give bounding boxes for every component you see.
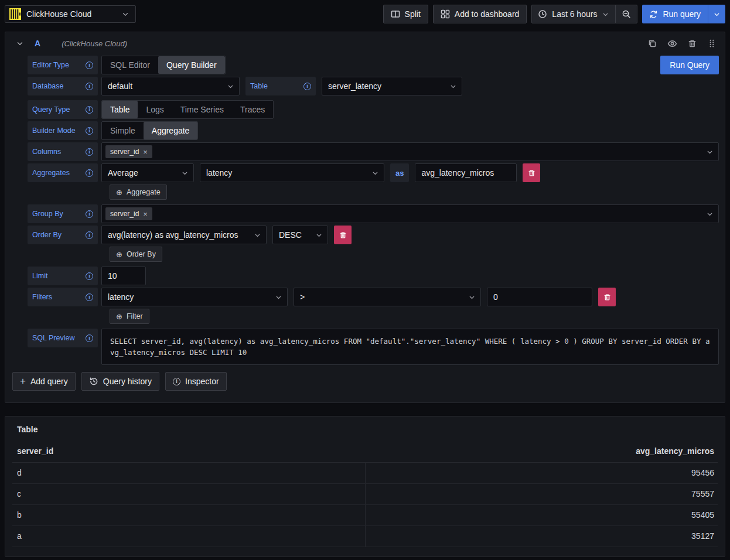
filters-label-cell: Filters (28, 288, 98, 306)
remove-chip-icon[interactable]: × (143, 210, 148, 218)
split-button[interactable]: Split (383, 5, 428, 23)
add-order-by-button[interactable]: ⊕ Order By (110, 247, 162, 262)
aggregates-label: Aggregates (32, 169, 70, 177)
cell-avg-latency-micros: 35127 (365, 525, 718, 547)
editor-type-toggle: SQL Editor Query Builder (101, 56, 226, 74)
run-query-inline-button[interactable]: Run Query (660, 56, 719, 74)
cell-server-id: c (12, 483, 365, 504)
query-history-button[interactable]: Query history (81, 372, 159, 391)
refresh-icon (649, 10, 658, 19)
duplicate-query-button[interactable] (647, 39, 657, 48)
column-header-server-id[interactable]: server_id (12, 445, 365, 462)
aggregate-function-select[interactable]: Average (101, 163, 194, 182)
column-header-avg-latency[interactable]: avg_latency_micros (365, 445, 718, 462)
collapse-query-button[interactable] (16, 39, 24, 47)
filter-field-select[interactable]: latency (101, 288, 288, 306)
chevron-down-icon (602, 11, 609, 18)
delete-query-button[interactable] (688, 39, 697, 48)
columns-label: Columns (32, 148, 61, 156)
database-value: default (108, 81, 132, 91)
remove-aggregate-button[interactable] (523, 163, 540, 182)
drag-handle-icon[interactable] (707, 39, 717, 48)
toggle-visibility-button[interactable] (667, 39, 677, 49)
sql-preview-label: SQL Preview (32, 334, 74, 342)
info-icon[interactable] (86, 127, 93, 135)
add-filter-label: Filter (127, 312, 143, 320)
filter-field-value: latency (108, 292, 134, 302)
info-icon[interactable] (86, 62, 93, 69)
table-header-row: server_id avg_latency_micros (12, 445, 718, 462)
aggregate-alias-input[interactable] (415, 163, 517, 182)
info-icon[interactable] (303, 83, 311, 90)
filter-operator-value: > (300, 292, 305, 302)
trash-icon (603, 293, 611, 301)
add-query-button[interactable]: + Add query (12, 372, 76, 391)
inspector-button[interactable]: Inspector (165, 372, 227, 391)
query-type-option-table[interactable]: Table (102, 101, 138, 118)
editor-type-option-sql-editor[interactable]: SQL Editor (102, 56, 158, 74)
order-by-field-select[interactable]: avg(latency) as avg_latency_micros (101, 226, 267, 244)
circle-plus-icon: ⊕ (116, 188, 122, 197)
cell-server-id: d (12, 462, 365, 483)
add-to-dashboard-button[interactable]: Add to dashboard (433, 5, 527, 23)
aggregate-column-value: latency (206, 168, 232, 177)
builder-mode-option-simple[interactable]: Simple (102, 122, 144, 139)
builder-mode-label: Builder Mode (32, 127, 76, 135)
add-order-by-label: Order By (127, 250, 156, 258)
group-by-multiselect[interactable]: server_id × (101, 204, 719, 223)
table-row: b55405 (12, 504, 718, 525)
group-by-label: Group By (32, 210, 63, 218)
table-value: server_latency (328, 81, 381, 91)
info-icon[interactable] (86, 231, 93, 239)
aggregate-column-select[interactable]: latency (200, 163, 384, 182)
table-body: d95456c75557b55405a35127 (12, 462, 718, 547)
info-icon[interactable] (86, 272, 93, 280)
info-icon[interactable] (86, 169, 93, 177)
info-icon[interactable] (86, 293, 93, 301)
zoom-out-time-button[interactable] (615, 5, 637, 23)
query-type-option-logs[interactable]: Logs (138, 101, 172, 118)
query-type-row: Query Type Table Logs Time Series Traces (28, 100, 719, 119)
limit-input[interactable] (101, 267, 146, 285)
query-type-option-time-series[interactable]: Time Series (172, 101, 232, 118)
datasource-picker[interactable]: ClickHouse Cloud (5, 5, 136, 23)
circle-plus-icon: ⊕ (116, 250, 122, 259)
columns-label-cell: Columns (28, 142, 98, 161)
cell-avg-latency-micros: 75557 (365, 483, 718, 504)
query-type-toggle: Table Logs Time Series Traces (101, 100, 274, 119)
remove-order-by-button[interactable] (334, 226, 352, 244)
query-ref-id[interactable]: A (35, 39, 40, 48)
table-row: c75557 (12, 483, 718, 504)
database-select[interactable]: default (101, 77, 240, 95)
toolbar-right-group: Split Add to dashboard Last 6 hours (383, 5, 725, 23)
builder-mode-option-aggregate[interactable]: Aggregate (144, 122, 198, 139)
info-icon[interactable] (86, 334, 93, 342)
info-icon[interactable] (86, 148, 93, 156)
info-icon[interactable] (86, 210, 93, 218)
run-query-dropdown-button[interactable] (708, 5, 725, 23)
info-icon[interactable] (86, 106, 93, 114)
filter-operator-select[interactable]: > (294, 288, 481, 306)
query-header-actions (647, 39, 717, 49)
order-by-row: Order By avg(latency) as avg_latency_mic… (28, 226, 719, 244)
add-filter-row: ⊕ Filter (110, 309, 719, 324)
remove-filter-button[interactable] (598, 288, 616, 306)
run-query-button[interactable]: Run query (642, 5, 708, 23)
table-row: a35127 (12, 525, 718, 547)
table-label-cell: Table (245, 77, 316, 95)
columns-multiselect[interactable]: server_id × (101, 142, 719, 161)
run-query-label: Run query (663, 9, 701, 19)
order-by-label-cell: Order By (28, 226, 98, 244)
order-by-direction-select[interactable]: DESC (272, 226, 328, 244)
filter-value-input[interactable] (487, 288, 592, 306)
add-aggregate-button[interactable]: ⊕ Aggregate (110, 185, 167, 200)
remove-chip-icon[interactable]: × (143, 148, 148, 156)
info-icon[interactable] (86, 83, 93, 90)
time-range-button[interactable]: Last 6 hours (532, 5, 615, 23)
sql-preview-code: SELECT server_id, avg(latency) as avg_la… (101, 329, 719, 365)
query-type-option-traces[interactable]: Traces (232, 101, 273, 118)
inspector-label: Inspector (185, 377, 219, 386)
add-filter-button[interactable]: ⊕ Filter (110, 309, 149, 324)
editor-type-option-query-builder[interactable]: Query Builder (158, 56, 225, 74)
table-select[interactable]: server_latency (322, 77, 462, 95)
